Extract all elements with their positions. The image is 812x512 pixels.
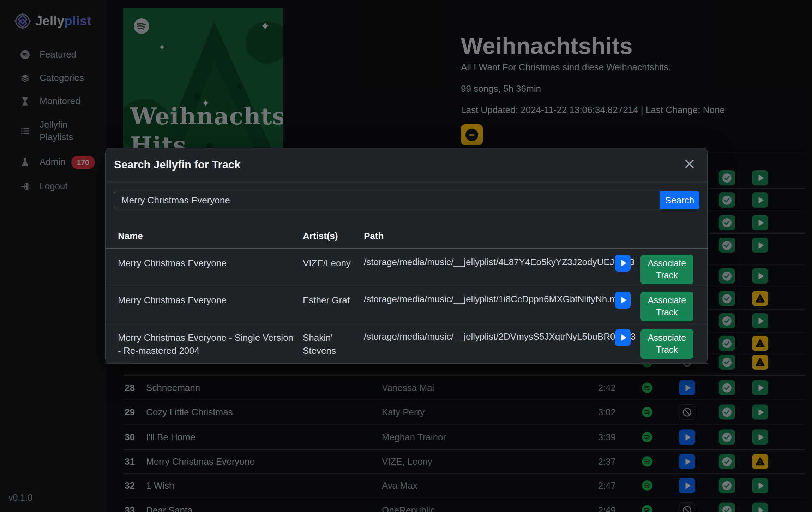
- associate-track-button[interactable]: Associate Track: [640, 329, 693, 359]
- search-group: Search: [114, 191, 699, 209]
- result-name: Merry Christmas Everyone - Single Versio…: [118, 331, 294, 357]
- modal-title: Search Jellyfin for Track: [114, 159, 240, 171]
- associate-track-button[interactable]: Associate Track: [640, 255, 693, 284]
- app-screen: Jellyplist FeaturedCategoriesMonitoredJe…: [0, 0, 812, 512]
- results-rows: Merry Christmas EveryoneVIZE/Leony/stora…: [106, 249, 708, 364]
- search-jellyfin-modal: Search Jellyfin for Track × Search Name …: [105, 148, 708, 364]
- modal-header: Search Jellyfin for Track ×: [106, 148, 707, 182]
- search-input[interactable]: [114, 191, 660, 209]
- result-artists: Esther Graf: [303, 294, 356, 307]
- result-path: /storage/media/music/__jellyplist/2DVmys…: [364, 331, 611, 342]
- column-artists: Artist(s): [303, 231, 338, 242]
- result-artists: VIZE/Leony: [303, 257, 356, 270]
- result-row: Merry Christmas EveryoneEsther Graf/stor…: [106, 286, 708, 323]
- result-name: Merry Christmas Everyone: [118, 294, 294, 307]
- results-table: Name Artist(s) Path Merry Christmas Ever…: [106, 226, 708, 364]
- close-icon[interactable]: ×: [683, 156, 696, 171]
- column-path: Path: [364, 231, 384, 242]
- result-play-button[interactable]: [615, 329, 631, 346]
- result-path: /storage/media/music/__jellyplist/4L87Y4…: [364, 257, 611, 268]
- result-path: /storage/media/music/__jellyplist/1i8CcD…: [364, 294, 611, 305]
- results-table-header: Name Artist(s) Path: [106, 226, 708, 249]
- result-play-button[interactable]: [615, 292, 631, 309]
- column-name: Name: [118, 231, 143, 242]
- result-row: Merry Christmas Everyone - Single Versio…: [106, 323, 708, 364]
- associate-track-button[interactable]: Associate Track: [640, 292, 693, 321]
- result-row: Merry Christmas EveryoneVIZE/Leony/stora…: [106, 249, 708, 286]
- result-play-button[interactable]: [615, 255, 631, 272]
- search-button[interactable]: Search: [660, 191, 699, 209]
- result-artists: Shakin' Stevens: [303, 331, 356, 357]
- result-name: Merry Christmas Everyone: [118, 257, 294, 270]
